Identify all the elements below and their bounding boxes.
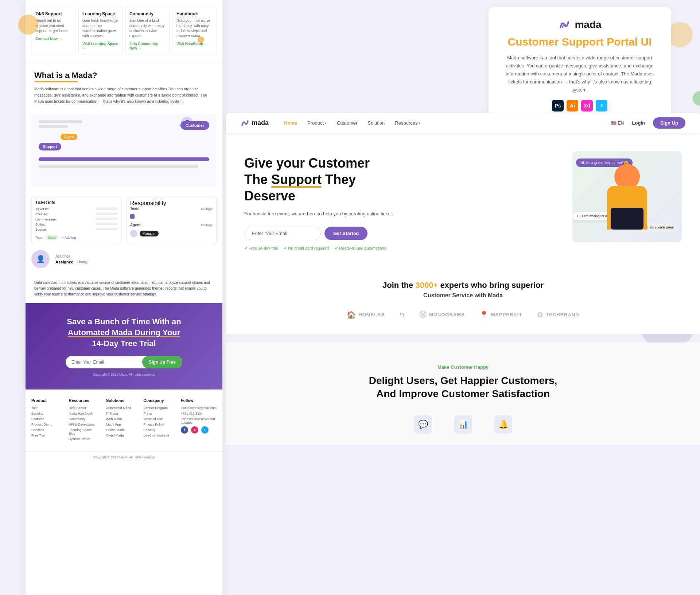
footer-link-demo[interactable]: Product Demo: [31, 423, 61, 426]
assignee-name-row: Assignee Change: [55, 260, 88, 264]
support-cards-section: 24/6 Support Reach out to us anytime you…: [26, 0, 222, 62]
footer-col-product: Product Tour Benefits Features Product D…: [31, 398, 61, 443]
footer-link-livechat[interactable]: LiveChat Inubator: [143, 434, 173, 437]
ticket-status-label: Status:: [35, 223, 46, 226]
footer-link-features[interactable]: Features: [31, 417, 61, 421]
nav-item-product[interactable]: Product ▾: [303, 118, 331, 128]
ticket-created-label: Created:: [35, 212, 48, 216]
instagram-icon[interactable]: ✦: [191, 426, 198, 434]
ticket-info-title: Ticket info: [35, 200, 118, 204]
feature-icon-1: 💬: [414, 415, 432, 434]
support-card-1-title: 24/6 Support: [35, 11, 71, 16]
support-card-4: Handbook Grab your interactive handbook …: [172, 7, 217, 55]
footer-link-online[interactable]: Online Mada: [106, 428, 136, 432]
footer-link-benefits[interactable]: Benefits: [31, 412, 61, 415]
footer-link-cloud[interactable]: Cloud Mada: [106, 434, 136, 437]
resp-team-label: Team: [130, 207, 139, 211]
support-card-4-link[interactable]: Visit Handbook: [176, 42, 207, 46]
footer-link-press[interactable]: Press: [143, 412, 173, 415]
hero-get-started-button[interactable]: Get Started: [324, 227, 368, 240]
footer-link-api[interactable]: API & Developers: [69, 423, 98, 426]
footer-link-status[interactable]: System Status: [69, 437, 98, 441]
footer-link-blog[interactable]: Learning Space Blog: [69, 428, 98, 435]
footer-phone[interactable]: +761 413 3224: [181, 412, 217, 415]
hero-headline4: Deserve: [244, 188, 295, 203]
resp-agent-change[interactable]: Change: [201, 223, 213, 227]
footer-link-privacy[interactable]: Privacy Policy: [143, 423, 173, 426]
support-card-2-title: Learning Space: [82, 11, 118, 16]
nav-login-button[interactable]: Login: [628, 118, 649, 128]
deco-blob-orange: [18, 15, 38, 35]
resp-agent-row: Agent Change: [130, 223, 213, 227]
nav-item-home[interactable]: Home: [280, 118, 302, 128]
support-card-1-link[interactable]: Contact Now: [35, 37, 62, 41]
nav-solution-label: Solution: [368, 120, 385, 126]
add-tag-btn[interactable]: + Add tag: [62, 236, 76, 239]
footer-product-title: Product: [31, 398, 61, 403]
nav-item-solution[interactable]: Solution: [363, 118, 389, 128]
footer-link-partner[interactable]: Partner Program: [143, 406, 173, 410]
resp-manager-row: Manager: [130, 230, 213, 237]
info-card-title: Customer Support Portal UI: [503, 36, 656, 48]
support-card-4-desc: Grab your interactive handbook with easy…: [176, 18, 213, 39]
cta-signup-button[interactable]: Sign Up Free: [142, 356, 182, 368]
footer-link-community[interactable]: Community: [69, 417, 98, 421]
footer-social-label: For exclusive news and updates:: [181, 417, 217, 424]
hero-headline: Give your Customer The Support They Dese…: [244, 155, 551, 204]
resp-team-change[interactable]: Change: [201, 207, 213, 211]
info-logo-text: mada: [575, 19, 601, 31]
support-card-3-link[interactable]: Join Community Now: [129, 42, 158, 50]
facebook-icon[interactable]: f: [181, 426, 188, 434]
footer-link-web[interactable]: Web Mada: [106, 417, 136, 421]
cta-line1: Save a Bunch of Time With an: [67, 317, 181, 326]
navbar: mada Home Product ▾ Customer Solution Re…: [226, 113, 700, 133]
footer-link-it[interactable]: IT Mada: [106, 412, 136, 415]
tool-ps-icon: Ps: [552, 100, 564, 111]
nav-customer-label: Customer: [337, 120, 357, 126]
footer-link-helpcenter[interactable]: Help Center: [69, 406, 98, 410]
footer-link-tour[interactable]: Tour: [31, 406, 61, 410]
hero-email-input[interactable]: [244, 227, 321, 240]
feature-item-1: 💬: [414, 415, 432, 434]
footer-link-security[interactable]: Security: [143, 428, 173, 432]
chat-mockup: 👤 Customer Support Agent: [31, 114, 217, 187]
nav-signup-button[interactable]: Sign Up: [653, 117, 685, 129]
footer-link-app[interactable]: Mada App: [106, 423, 136, 426]
ticket-status-val: [96, 223, 118, 225]
footer-email[interactable]: Companyinfo@mail.com: [181, 406, 217, 410]
footer-link-services[interactable]: Services: [31, 428, 61, 432]
assignee-change[interactable]: Change: [77, 260, 89, 264]
footer-link-freetrial[interactable]: Free Trial: [31, 434, 61, 437]
monograms-icon: Ⓜ: [419, 310, 427, 320]
assignee-label: Assignee: [55, 254, 88, 258]
ticket-source-label: Source:: [35, 228, 47, 231]
chat-line-2: [39, 125, 68, 128]
support-card-2-link[interactable]: Visit Learning Space: [82, 42, 118, 50]
hero-desc: For hassle free event, we are here to he…: [244, 210, 551, 218]
twitter-icon[interactable]: t: [201, 426, 209, 434]
ticket-id-val: [96, 207, 118, 210]
chat-lines: [39, 120, 82, 130]
nav-item-customer[interactable]: Customer: [332, 118, 362, 128]
brand-homelab: 🏠 HOMELAB: [347, 310, 385, 319]
support-card-4-title: Handbook: [176, 11, 213, 16]
hero-left: Give your Customer The Support They Dese…: [244, 151, 551, 251]
left-panel: 24/6 Support Reach out to us anytime you…: [26, 0, 222, 595]
hero-right: Hi, it's a great deal for me! 😊 Hi, I am…: [565, 151, 682, 246]
footer-link-handbook[interactable]: Mada Handbook: [69, 412, 98, 415]
cta-email-input[interactable]: [66, 356, 142, 368]
footer-col-follow: Follow Companyinfo@mail.com +761 413 322…: [181, 398, 217, 443]
hero-section: Give your Customer The Support They Dese…: [226, 133, 700, 265]
footer-link-terms[interactable]: Terms of Use: [143, 417, 173, 421]
nav-item-resources[interactable]: Resources ▾: [390, 118, 425, 128]
nav-lang[interactable]: 🇺🇸 EN: [611, 121, 624, 126]
ticket-tags-row: Tags: Sales + Add tag: [35, 234, 118, 240]
ticket-row-status: Status:: [35, 223, 118, 226]
ticket-tags-label: Tags:: [35, 236, 43, 239]
join-count: 3000+: [415, 281, 438, 290]
responsibility-box: Responsibility Team Change Agent Change …: [126, 196, 217, 244]
join-headline: Join the 3000+ experts who bring superio…: [244, 281, 682, 290]
footer-copyright: Copyright © 2022 Mada. All rights reserv…: [26, 451, 222, 463]
footer-link-automated[interactable]: Automated Mada: [106, 406, 136, 410]
hero-headline3: They: [322, 172, 356, 187]
